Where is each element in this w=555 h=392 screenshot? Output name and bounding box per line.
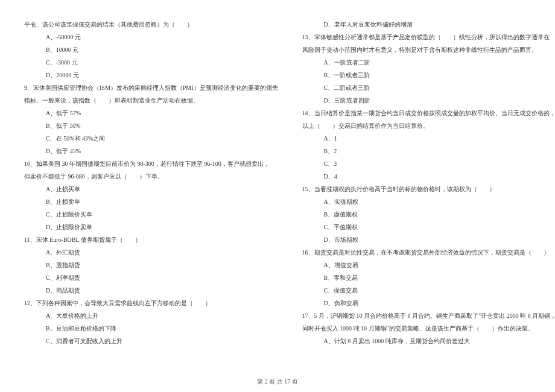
answer-option: C、二阶或者三阶 (302, 81, 555, 94)
answer-option: A、止损买单 (24, 183, 278, 195)
question-line: 风险因子变动小范围内时才有意义，特别是对于含有期权这种非线性衍生品的产品而言。 (302, 43, 555, 56)
question-line: 16、期货交易是对抗性交易，在不考虑期货交易外部经济效益的情况下，期货交易是（ … (302, 246, 555, 259)
answer-option: C、消费者可支配收入的上升 (24, 335, 278, 347)
right-column: D、老年人对豆浆饮料偏好的增加13、宋体敏感性分析通常都是基于产品定价模型的（ … (302, 18, 555, 374)
answer-option: D、低于 43% (24, 145, 278, 157)
answer-option: A、一阶或者二阶 (302, 56, 555, 69)
question-line: 指标。一般来说，该指数（ ）即表明制造业生产活动在收缩。 (24, 94, 278, 107)
answer-option: C、3 (302, 157, 555, 170)
answer-option: A、低于 57% (24, 107, 278, 119)
left-column: 平仓。该公司该笔保值交易的结果（其他费用忽略）为（ ）A、-50000 元B、1… (24, 18, 278, 374)
answer-option: C、在 50%和 43%之间 (24, 132, 278, 145)
answer-option: D、市场期权 (302, 233, 555, 246)
answer-option: A、实值期权 (302, 195, 555, 208)
answer-option: A、外汇期货 (24, 246, 278, 259)
answer-option: C、利率期货 (24, 271, 278, 284)
page-footer: 第 2 页 共 17 页 (0, 378, 555, 386)
answer-option: A、1 (302, 132, 555, 145)
answer-option: B、豆油和豆粕价格的下降 (24, 322, 278, 335)
answer-option: C、平值期权 (302, 221, 555, 233)
answer-option: D、止损限价卖单 (24, 221, 278, 233)
answer-option: C、-3000 元 (24, 56, 278, 69)
question-line: 11、宋体 Euro-BOBL 债券期货属于（ ） (24, 233, 278, 246)
answer-option: D、4 (302, 170, 555, 183)
answer-option: B、低于 50% (24, 119, 278, 132)
question-line: 平仓。该公司该笔保值交易的结果（其他费用忽略）为（ ） (24, 18, 278, 31)
question-line: 15、当看涨期权的执行价格高于当时的标的物价格时，该期权为（ ） (302, 183, 555, 195)
answer-option: B、止损卖单 (24, 195, 278, 208)
page-columns: 平仓。该公司该笔保值交易的结果（其他费用忽略）为（ ）A、-50000 元B、1… (24, 18, 531, 374)
question-line: 以上（ ）交易日的结算价作为当日结算价。 (302, 119, 555, 132)
answer-option: B、虚值期权 (302, 208, 555, 221)
answer-option: B、零和交易 (302, 271, 555, 284)
question-line: 12、下列各种因素中，会导致大豆需求曲线向左下方移动的是（ ） (24, 297, 278, 309)
question-line: 10、如果美国 30 年期国债期货目前市价为 98-300，若行情往下跌至 96… (24, 157, 278, 170)
answer-option: A、大豆价格的上升 (24, 309, 278, 322)
answer-option: B、股指期货 (24, 259, 278, 271)
answer-option: B、一阶或者三阶 (302, 69, 555, 81)
question-line: 9、宋体美国供应管理协会（ISM）发布的采购经理人指数（PMI）是预测经济变化的… (24, 81, 278, 94)
answer-option: D、三阶或者四阶 (302, 94, 555, 107)
answer-option: B、2 (302, 145, 555, 157)
question-line: 但卖价不能低于 96-080，则客户应以（ ）下单。 (24, 170, 278, 183)
question-line: 13、宋体敏感性分析通常都是基于产品定价模型的（ ）线性分析，所以得出的数字通常… (302, 31, 555, 43)
answer-option: C、保值交易 (302, 284, 555, 297)
question-line: 同时开仓买入 1000 吨 10 月期铜"的交易策略。这是该生产商基于（ ）作出… (302, 322, 555, 335)
question-line: 14、当日结算价是指某一期货合约当日成交价格按照成交量的加权平均价。当日无成交价… (302, 107, 555, 119)
question-line: 17、5 月，沪铜期货 10 月合约价格高于 8 月合约。铜生产商采取了"开仓卖… (302, 309, 555, 322)
answer-option: D、负和交易 (302, 297, 555, 309)
answer-option: C、止损限价买单 (24, 208, 278, 221)
answer-option: D、20000 元 (24, 69, 278, 81)
answer-option: B、10000 元 (24, 43, 278, 56)
answer-option: A、-50000 元 (24, 31, 278, 43)
answer-option: A、增值交易 (302, 259, 555, 271)
answer-option: D、商品期货 (24, 284, 278, 297)
answer-option: A、计划 8 月卖出 1000 吨库存，且期货合约间价差过大 (302, 335, 555, 347)
answer-option: D、老年人对豆浆饮料偏好的增加 (302, 18, 555, 31)
